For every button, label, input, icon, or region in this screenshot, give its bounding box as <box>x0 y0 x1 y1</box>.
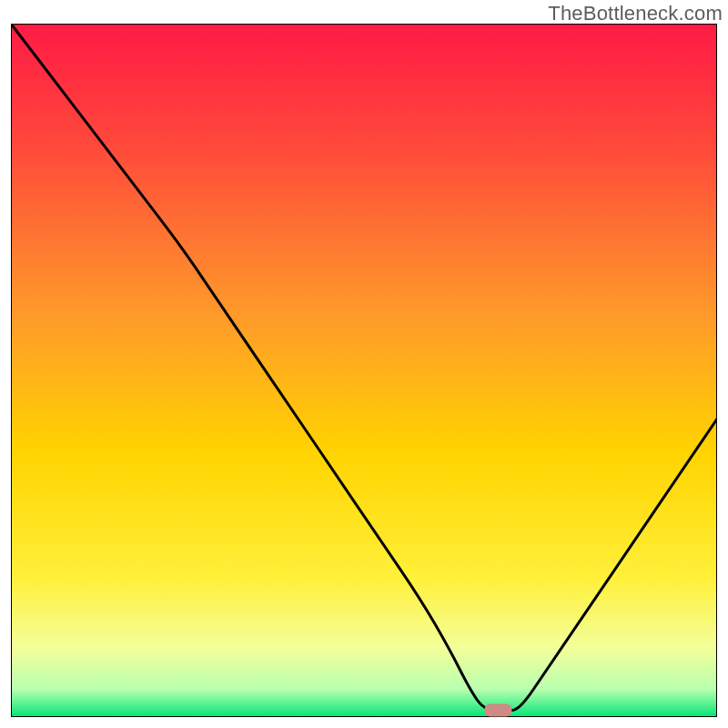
highlight-marker <box>484 703 511 716</box>
chart-container: TheBottleneck.com <box>0 0 728 728</box>
watermark-text: TheBottleneck.com <box>548 2 723 25</box>
plot-area <box>11 24 717 717</box>
gradient-background <box>11 24 717 717</box>
chart-svg <box>11 24 717 717</box>
